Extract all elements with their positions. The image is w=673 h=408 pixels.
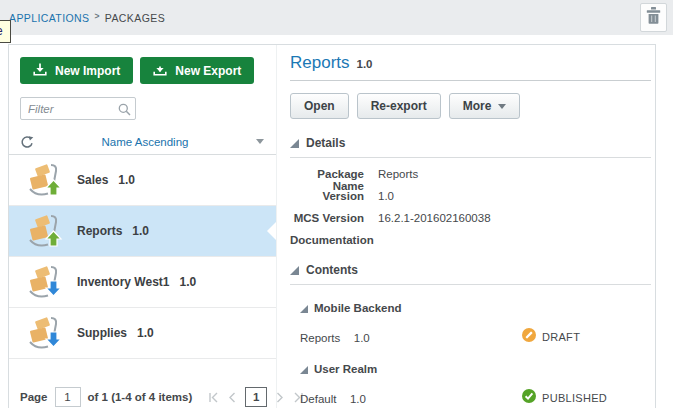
reexport-button[interactable]: Re-export — [357, 93, 441, 119]
details-divider — [290, 157, 651, 158]
group-title: Mobile Backend — [314, 302, 402, 314]
list-item-reports[interactable]: Reports 1.0 — [9, 206, 276, 257]
field-label: Version — [290, 190, 364, 202]
new-export-button[interactable]: New Export — [140, 57, 254, 84]
packages-panel: New Import New Export — [8, 44, 656, 408]
collapse-triangle-icon — [290, 134, 299, 152]
status-text: DRAFT — [542, 331, 580, 343]
content-item-name: Reports — [300, 332, 340, 344]
section-details-header[interactable]: Details — [290, 134, 651, 152]
package-name: Sales — [77, 173, 108, 187]
section-contents-header[interactable]: Contents — [290, 261, 651, 279]
more-button[interactable]: More — [449, 93, 521, 119]
group-mobile-backend-header[interactable]: Mobile Backend — [300, 299, 651, 317]
page-label: Page — [20, 391, 48, 403]
status-badge: DRAFT — [522, 328, 580, 346]
delete-button[interactable] — [640, 3, 667, 32]
status-badge: PUBLISHED — [522, 389, 607, 407]
detail-title: Reports 1.0 — [290, 53, 651, 73]
field-value: 1.0 — [378, 190, 394, 202]
search-icon — [118, 102, 131, 120]
package-export-icon — [27, 161, 65, 199]
package-export-icon — [27, 212, 65, 250]
list-item-supplies[interactable]: Supplies 1.0 — [9, 308, 276, 359]
reexport-label: Re-export — [371, 99, 427, 113]
detail-title-name: Reports — [290, 53, 350, 73]
field-label: Documentation — [290, 234, 364, 246]
open-label: Open — [304, 99, 335, 113]
content-item-name: Default — [300, 393, 336, 405]
field-version: Version 1.0 — [290, 190, 651, 202]
group-title: User Realm — [314, 363, 377, 375]
new-export-label: New Export — [175, 64, 241, 78]
breadcrumb-packages: PACKAGES — [105, 12, 165, 24]
collapse-triangle-icon — [300, 360, 308, 378]
tooltip: e — [0, 20, 11, 43]
field-documentation: Documentation — [290, 234, 651, 246]
content-item-version: 1.0 — [354, 332, 370, 344]
download-icon — [33, 63, 47, 79]
package-version: 1.0 — [137, 326, 154, 340]
field-value: 16.2.1-201602160038 — [378, 212, 491, 224]
field-label: Package Name — [290, 168, 364, 192]
package-version: 1.0 — [132, 224, 149, 238]
collapse-triangle-icon — [300, 299, 308, 317]
collapse-triangle-icon — [290, 261, 299, 279]
contents-divider — [290, 284, 651, 285]
draft-status-icon — [522, 328, 536, 346]
breadcrumb-separator: > — [94, 11, 99, 21]
field-value: Reports — [378, 168, 418, 180]
group-user-realm-header[interactable]: User Realm — [300, 360, 651, 378]
package-list: Sales 1.0 Reports 1.0 — [9, 155, 276, 378]
section-contents-title: Contents — [306, 263, 358, 277]
chevron-down-icon — [498, 104, 506, 109]
page-number-input[interactable] — [55, 387, 81, 407]
package-version: 1.0 — [179, 275, 196, 289]
breadcrumb: APPLICATIONS > PACKAGES — [9, 12, 165, 24]
first-page-icon[interactable] — [209, 392, 219, 403]
sort-selector[interactable]: Name Ascending — [34, 136, 256, 148]
breadcrumb-applications-link[interactable]: APPLICATIONS — [9, 12, 89, 24]
new-import-label: New Import — [55, 64, 120, 78]
field-package-name: Package Name Reports — [290, 168, 651, 180]
filter-field-wrap — [20, 97, 136, 120]
field-mcs-version: MCS Version 16.2.1-201602160038 — [290, 212, 651, 224]
pagination-summary: of 1 (1-4 of 4 items) — [88, 391, 193, 403]
pagination-bar: Page of 1 (1-4 of 4 items) 1 — [9, 378, 276, 408]
chevron-down-icon[interactable] — [256, 139, 264, 144]
current-page-button[interactable]: 1 — [245, 387, 267, 407]
package-name: Supplies — [77, 326, 127, 340]
status-text: PUBLISHED — [542, 392, 607, 404]
list-item-sales[interactable]: Sales 1.0 — [9, 155, 276, 206]
trash-icon — [646, 7, 661, 28]
previous-page-icon[interactable] — [228, 392, 236, 403]
list-toolbar: Name Ascending — [9, 129, 276, 155]
section-details-title: Details — [306, 136, 345, 150]
package-version: 1.0 — [118, 173, 135, 187]
package-list-panel: New Import New Export — [9, 45, 277, 408]
list-item-inventory-west1[interactable]: Inventory West1 1.0 — [9, 257, 276, 308]
package-name: Inventory West1 — [77, 275, 169, 289]
more-label: More — [463, 99, 492, 113]
package-detail-panel: Reports 1.0 Open Re-export More Details — [277, 45, 655, 408]
detail-actions: Open Re-export More — [290, 93, 651, 119]
package-import-icon — [27, 263, 65, 301]
new-import-button[interactable]: New Import — [20, 57, 133, 84]
content-item-default: Default 1.0 PUBLISHED — [300, 389, 651, 403]
content-item-reports: Reports 1.0 DRAFT — [300, 328, 651, 342]
upload-icon — [153, 63, 167, 79]
top-bar: APPLICATIONS > PACKAGES — [0, 0, 673, 35]
field-label: MCS Version — [290, 212, 364, 224]
refresh-icon[interactable] — [20, 135, 34, 149]
import-export-buttons: New Import New Export — [20, 57, 276, 84]
package-name: Reports — [77, 224, 122, 238]
detail-title-version: 1.0 — [357, 58, 373, 70]
package-import-icon — [27, 314, 65, 352]
published-status-icon — [522, 389, 536, 407]
open-button[interactable]: Open — [290, 93, 349, 119]
title-divider — [290, 80, 651, 81]
content-item-version: 1.0 — [350, 393, 366, 405]
